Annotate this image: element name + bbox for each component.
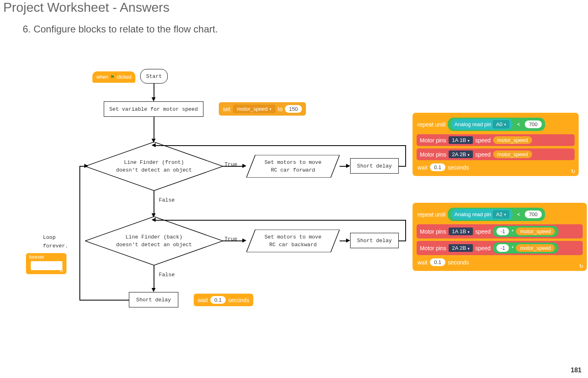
analog-read-text-1: Analog read pin xyxy=(454,121,491,127)
analog-read-text-2: Analog read pin xyxy=(454,211,491,217)
forever-text: forever xyxy=(29,254,44,260)
motor-pins-3: Motor pins xyxy=(420,228,446,235)
loop-arrow-icon: ↻ xyxy=(60,268,63,273)
speed-var-1: motor_speed xyxy=(493,136,532,144)
flowchart-short-delay-2: Short delay xyxy=(350,233,399,248)
arrow-head xyxy=(152,288,156,292)
motor-pins-4: Motor pins xyxy=(420,245,446,251)
proc-fwd-line1: Set motors to move xyxy=(265,159,321,167)
pins-1a1b-fwd: 1A 1B ▾ xyxy=(449,136,473,144)
start-label: Start xyxy=(146,73,162,79)
lt-operator-2: < xyxy=(515,211,522,217)
arrow-head xyxy=(152,143,156,147)
speed-var-2: motor_speed xyxy=(493,150,532,158)
condition-2: Analog read pin A2▾ < 700 xyxy=(448,208,545,221)
analog-read-2: Analog read pin A2▾ xyxy=(451,209,513,220)
block-wait-bottom: wait 0.1 seconds xyxy=(194,294,253,306)
pins-2a2b-bwd: 2A 2B ▾ xyxy=(449,244,473,252)
decision2-line1: Line Finder (back) xyxy=(126,233,182,241)
arrow-head xyxy=(242,238,246,243)
decision1-line2: doesn't detect an object xyxy=(116,166,192,174)
arrow-line xyxy=(154,145,406,146)
loop-forever-label: Loop forever. xyxy=(43,234,68,251)
flowchart-short-delay-3: Short delay xyxy=(129,292,178,307)
seconds-2: seconds xyxy=(448,259,469,266)
threshold-1: 700 xyxy=(525,120,542,128)
seconds-word: seconds xyxy=(228,297,249,303)
wait-word: wait xyxy=(198,297,208,303)
page-title: Project Worksheet - Answers xyxy=(3,0,169,15)
flowchart-start: Start xyxy=(140,69,168,84)
pins-1a1b-bwd-text: 1A 1B xyxy=(452,228,466,234)
arrow-line xyxy=(223,166,243,167)
decision2-line2: doesn't detect an object xyxy=(116,241,192,249)
speed-label-3: speed xyxy=(475,228,491,235)
neg-speed-1: -1 * motor_speed xyxy=(493,226,558,236)
repeat-until-2: repeat until xyxy=(417,211,445,218)
proc-bwd-line2: RC car backward xyxy=(269,241,316,249)
speed-label-2: speed xyxy=(475,151,491,158)
short-delay-2-label: Short delay xyxy=(357,238,392,244)
pins-1a1b-bwd: 1A 1B ▾ xyxy=(449,228,473,235)
arrow-line xyxy=(154,191,154,214)
page-number: 181 xyxy=(571,367,582,374)
block-when-clicked: when ⚑ clicked xyxy=(92,71,135,83)
arrow-line xyxy=(223,241,243,241)
motor-pins-1: Motor pins xyxy=(420,137,446,144)
pins-2a2b-fwd: 2A 2B ▾ xyxy=(449,150,473,158)
motor-row-1a1b-fwd: Motor pins 1A 1B ▾ speed motor_speed xyxy=(417,134,575,146)
arrow-line xyxy=(154,117,154,140)
motor-row-1a1b-bwd: Motor pins 1A 1B ▾ speed -1 * motor_spee… xyxy=(417,224,583,238)
chevron-down-icon: ▾ xyxy=(468,153,470,157)
loop-arrow-icon: ↻ xyxy=(571,168,575,174)
flowchart-process-forward: Set motors to move RC car forward xyxy=(246,155,340,178)
repeat-until-row-1: repeat until Analog read pin A0▾ < 700 xyxy=(417,117,575,132)
pins-1a1b-text: 1A 1B xyxy=(452,137,466,143)
label-false-2: False xyxy=(159,272,175,278)
chevron-down-icon: ▾ xyxy=(468,247,470,251)
neg-speed-2: -1 * motor_speed xyxy=(493,243,558,253)
arrow-head xyxy=(346,164,350,168)
flowchart-short-delay-1: Short delay xyxy=(350,158,399,174)
arrow-line xyxy=(79,166,80,301)
motor-row-2a2b-bwd: Motor pins 2A 2B ▾ speed -1 * motor_spee… xyxy=(417,241,583,255)
arrow-head xyxy=(346,238,350,243)
analog-read-1: Analog read pin A0▾ xyxy=(451,119,513,130)
arrow-head xyxy=(152,218,156,222)
arrow-head xyxy=(152,97,156,101)
block-forever: forever ↻ xyxy=(26,253,66,274)
when-label: when xyxy=(96,74,108,80)
pins-2a2b-text: 2A 2B xyxy=(452,151,466,157)
pins-2a2b-bwd-text: 2A 2B xyxy=(452,245,466,251)
arrow-line xyxy=(154,265,154,289)
to-word: to xyxy=(278,106,283,112)
decision1-line1: Line Finder (front) xyxy=(124,159,184,167)
arrow-line xyxy=(405,220,406,241)
flowchart-decision-back: Line Finder (back) doesn't detect an obj… xyxy=(85,217,223,265)
speed-var-3: motor_speed xyxy=(516,228,555,235)
repeat-until-1: repeat until xyxy=(417,121,445,128)
speed-label-1: speed xyxy=(475,137,491,144)
flowchart-decision-front: Line Finder (front) doesn't detect an ob… xyxy=(85,142,223,191)
arrow-line xyxy=(154,220,406,221)
loop-line1: Loop xyxy=(43,234,56,241)
pin-a2-text: A2 xyxy=(496,211,502,217)
flowchart-process-backward: Set motors to move RC car backward xyxy=(246,230,340,252)
wait-2: wait xyxy=(417,259,428,266)
arrow-line xyxy=(405,145,406,167)
chevron-down-icon: ▾ xyxy=(504,122,506,127)
short-delay-3-label: Short delay xyxy=(136,297,171,303)
pin-a2: A2▾ xyxy=(493,210,509,219)
wait-1: wait xyxy=(417,164,428,171)
setvar-label: Set variable for motor speed xyxy=(109,106,198,112)
star-a: * xyxy=(511,228,513,234)
block-stack-backward: repeat until Analog read pin A2▾ < 700 M… xyxy=(413,203,587,271)
threshold-2: 700 xyxy=(525,210,542,218)
repeat-until-row-2: repeat until Analog read pin A2▾ < 700 xyxy=(417,207,583,222)
chevron-down-icon: ▾ xyxy=(269,107,272,111)
speed-label-4: speed xyxy=(475,245,491,251)
neg1-a: -1 xyxy=(496,228,509,235)
wait-val-bottom: 0.1 xyxy=(210,296,226,304)
condition-1: Analog read pin A0▾ < 700 xyxy=(448,118,545,131)
motor-speed-dropdown: motor_speed▾ xyxy=(233,105,276,113)
